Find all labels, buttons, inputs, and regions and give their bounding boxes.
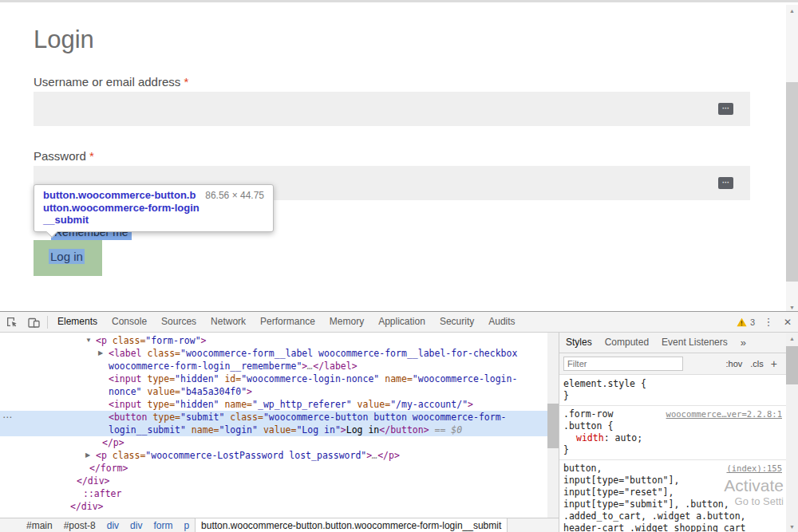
css-selector[interactable]: button, — [563, 463, 602, 474]
devtools-scrollbar[interactable]: ▲ ▼ — [786, 333, 798, 532]
dom-tree-node[interactable]: nonce" value="b4a5a304f0"> — [0, 385, 547, 398]
page-content: Login Username or email address * ··· Pa… — [0, 0, 798, 311]
dom-tree-node[interactable]: ▶<label class="woocommerce-form__label w… — [0, 347, 547, 360]
breadcrumb-item[interactable]: p — [178, 518, 195, 532]
tab-network[interactable]: Network — [203, 312, 253, 332]
breadcrumb-item[interactable]: div — [101, 518, 124, 532]
login-button[interactable]: Log in — [34, 240, 102, 276]
elements-scrollbar[interactable] — [547, 333, 559, 518]
tab-audits[interactable]: Audits — [481, 312, 522, 332]
tab-overflow-button[interactable]: » — [736, 337, 751, 349]
device-toolbar-button[interactable] — [22, 312, 45, 332]
inspect-element-button[interactable] — [0, 312, 22, 332]
styles-tab-strip: StylesComputedEvent Listeners — [559, 333, 734, 353]
dom-tree-node[interactable]: ▼<p class="form-row"> — [0, 334, 547, 347]
close-icon: ✕ — [784, 317, 792, 328]
devtools-panel: ElementsConsoleSourcesNetworkPerformance… — [0, 311, 798, 532]
scrollbar-thumb[interactable] — [786, 82, 798, 282]
scrollbar-thumb[interactable] — [547, 404, 559, 448]
devtools-toolbar: ElementsConsoleSourcesNetworkPerformance… — [0, 312, 798, 333]
dom-tree-node[interactable]: login__submit" name="login" value="Log i… — [0, 424, 547, 436]
dom-tree-node[interactable]: ▶<p class="woocommerce-LostPassword lost… — [0, 449, 547, 462]
required-asterisk: * — [184, 75, 188, 89]
warning-count: 3 — [750, 317, 755, 327]
kebab-menu-icon: ⋮ — [764, 316, 774, 328]
scroll-down-icon[interactable]: ▼ — [786, 521, 798, 532]
dom-tree-node[interactable]: <input type="hidden" id="woocommerce-log… — [0, 372, 547, 385]
dom-tree-node[interactable]: </div> — [0, 500, 547, 513]
tab-application[interactable]: Application — [371, 312, 433, 332]
required-asterisk: * — [89, 149, 94, 163]
css-selector[interactable]: input[type="reset"], — [563, 487, 674, 498]
element-classes-button[interactable]: .cls — [746, 359, 768, 368]
scroll-up-icon[interactable]: ▲ — [786, 5, 798, 17]
dom-tree-node[interactable]: </div> — [0, 475, 547, 487]
styles-rules: element.style {}woocommerce…ver=2.2.8:1.… — [559, 376, 786, 532]
node-more-actions-icon[interactable]: ⋯ — [2, 411, 12, 424]
dom-tree-node[interactable]: </p> — [0, 436, 547, 449]
expanded-arrow-icon[interactable]: ▼ — [85, 334, 92, 347]
css-rule: element.style {} — [559, 376, 786, 406]
password-label-text: Password — [34, 149, 86, 163]
tab-security[interactable]: Security — [433, 312, 481, 332]
devtools-menu-button[interactable]: ⋮ — [760, 316, 777, 328]
breadcrumb-item[interactable]: div — [124, 518, 148, 532]
tab-console[interactable]: Console — [105, 312, 154, 332]
scroll-up-icon[interactable]: ▲ — [786, 333, 798, 345]
collapsed-arrow-icon[interactable]: ▶ — [98, 347, 103, 360]
password-label: Password * — [34, 149, 94, 163]
devtools-close-button[interactable]: ✕ — [777, 317, 798, 328]
sidebar-tab-event-listeners[interactable]: Event Listeners — [655, 333, 734, 353]
console-warnings-button[interactable]: 3 — [732, 317, 760, 327]
dom-tree-node[interactable]: woocommerce-form-login__rememberme">…</l… — [0, 360, 547, 372]
styles-panel: StylesComputedEvent Listeners » :hov .cl… — [559, 333, 786, 532]
tooltip-selector-line: __submit — [43, 214, 264, 227]
device-toolbar-icon — [28, 317, 40, 328]
scrollbar-thumb[interactable] — [786, 346, 798, 384]
css-selector[interactable]: element.style { — [563, 378, 646, 389]
stylesheet-source-link[interactable]: (index):155 — [726, 463, 782, 475]
css-rule-close: } — [563, 444, 782, 456]
tooltip-selector-line: button.woocommerce-button.b — [43, 189, 196, 202]
collapsed-arrow-icon[interactable]: ▶ — [85, 449, 90, 462]
stylesheet-source-link[interactable]: woocommerce…ver=2.2.8:1 — [666, 408, 782, 420]
username-input[interactable]: ··· — [34, 92, 750, 126]
tab-memory[interactable]: Memory — [322, 312, 371, 332]
breadcrumb-item[interactable]: form — [148, 518, 178, 532]
sidebar-tab-styles[interactable]: Styles — [559, 333, 598, 353]
breadcrumb-item[interactable]: #post-8 — [58, 518, 101, 532]
toolbar-separator — [47, 316, 48, 329]
dom-tree-node[interactable]: <button type="submit" class="woocommerce… — [0, 411, 547, 424]
breadcrumb-item[interactable]: button.woocommerce-button.button.woocomm… — [195, 518, 508, 532]
dom-tree-node[interactable]: </form> — [0, 462, 547, 475]
css-selector[interactable]: header-cart .widget_shopping_cart — [563, 522, 745, 532]
input-addon-icon[interactable]: ··· — [718, 177, 733, 189]
toggle-element-state-button[interactable]: :hov — [722, 359, 747, 368]
username-label-text: Username or email address — [34, 75, 180, 89]
elements-panel: ▼<p class="form-row">▶<label class="wooc… — [0, 333, 559, 518]
css-selector[interactable]: input[type="submit"], .button, — [563, 499, 729, 510]
css-selector[interactable]: .button { — [563, 420, 613, 432]
new-style-rule-button[interactable]: + — [768, 357, 782, 370]
dom-tree-node[interactable]: ::after — [0, 487, 547, 500]
dom-tree-node[interactable]: <input type="hidden" name="_wp_http_refe… — [0, 398, 547, 411]
breadcrumb: #main#post-8divdivformpbutton.woocommerc… — [0, 518, 559, 532]
breadcrumb-item[interactable]: #main — [21, 518, 58, 532]
input-addon-icon[interactable]: ··· — [718, 103, 733, 115]
styles-tabs-bar: StylesComputedEvent Listeners » — [559, 333, 786, 353]
tab-sources[interactable]: Sources — [154, 312, 203, 332]
tab-elements[interactable]: Elements — [50, 312, 105, 332]
sidebar-tab-computed[interactable]: Computed — [598, 333, 655, 353]
elements-tree: ▼<p class="form-row">▶<label class="wooc… — [0, 334, 547, 513]
css-rule-close: } — [563, 390, 782, 402]
tab-performance[interactable]: Performance — [253, 312, 322, 332]
css-selector[interactable]: .added_to_cart, .widget a.button, — [563, 510, 745, 522]
page-scrollbar[interactable]: ▲ ▼ — [786, 5, 798, 313]
styles-filter-input[interactable] — [563, 357, 683, 371]
login-button-label: Log in — [49, 249, 85, 264]
css-selector[interactable]: input[type="button"], — [563, 475, 679, 486]
devtools-tab-strip: ElementsConsoleSourcesNetworkPerformance… — [50, 312, 523, 332]
css-selector[interactable]: .form-row — [563, 408, 613, 420]
page-title: Login — [34, 26, 94, 54]
css-property[interactable]: width: auto; — [563, 432, 782, 444]
